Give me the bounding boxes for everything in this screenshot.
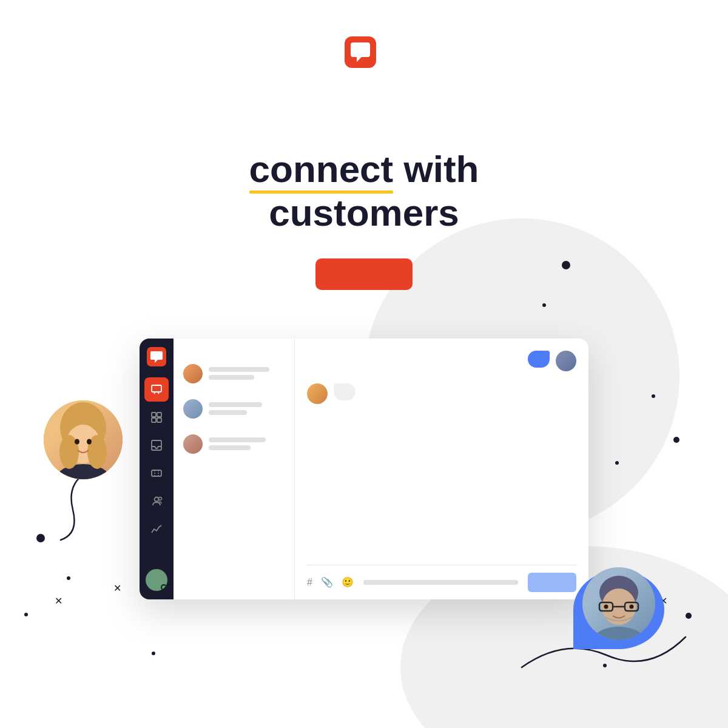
attachment-icon[interactable]: 📎 [321, 576, 333, 588]
hash-icon[interactable]: # [307, 577, 312, 588]
agent-photo-avatar [44, 400, 123, 479]
chat-list-panel [174, 339, 295, 599]
signup-button[interactable] [315, 258, 413, 290]
chat-messages [307, 351, 576, 565]
chat-toolbar-icons: # 📎 🙂 [307, 576, 354, 588]
sidebar-icon-inbox[interactable] [144, 433, 169, 457]
agent-avatar [556, 351, 576, 371]
chat-list-item[interactable] [181, 428, 287, 460]
inbox-icon [150, 439, 163, 451]
chat-icon [150, 383, 163, 396]
emoji-icon[interactable]: 🙂 [342, 576, 354, 588]
sidebar-icon-grid[interactable] [144, 405, 169, 430]
send-button[interactable] [528, 573, 576, 592]
app-sidebar [140, 339, 174, 599]
chat-input-bar: # 📎 🙂 [307, 565, 576, 599]
customer-face-svg [582, 567, 655, 640]
chat-main-panel: # 📎 🙂 [295, 339, 588, 599]
svg-rect-2 [152, 385, 161, 392]
customer-photo-avatar [582, 567, 655, 640]
header [0, 0, 728, 68]
svg-point-12 [159, 497, 162, 500]
chat-list-item[interactable] [181, 393, 287, 425]
chat-input-field [363, 580, 518, 585]
svg-rect-6 [157, 418, 161, 422]
chat-lines-3 [209, 437, 285, 450]
chat-list-item[interactable] [181, 358, 287, 389]
logo-container [345, 36, 383, 68]
svg-point-26 [604, 605, 608, 609]
sidebar-icon-ticket[interactable] [144, 461, 169, 485]
chat-avatar-1 [183, 364, 203, 383]
svg-rect-5 [152, 418, 156, 422]
svg-point-11 [155, 497, 159, 501]
svg-point-18 [75, 439, 79, 445]
sidebar-icon-team[interactable] [144, 489, 169, 513]
chat-avatar-2 [183, 399, 203, 419]
svg-point-27 [630, 605, 634, 609]
grid-icon [150, 411, 163, 423]
customer-avatar [307, 383, 328, 404]
chat-avatar-3 [183, 434, 203, 454]
svg-rect-3 [152, 413, 156, 417]
deco-dot-8 [24, 613, 28, 616]
chart-icon [150, 523, 163, 535]
svg-rect-8 [152, 470, 161, 476]
chat-lines-1 [209, 367, 285, 380]
ticket-icon [150, 467, 163, 479]
message-bubble-out [528, 351, 550, 368]
svg-rect-4 [157, 413, 161, 417]
deco-dot-11 [152, 652, 155, 655]
sidebar-icon-chat[interactable] [144, 377, 169, 402]
livechat-logo-icon [345, 36, 376, 68]
app-window: # 📎 🙂 [140, 339, 588, 599]
message-bubble-in [334, 383, 356, 400]
team-icon [150, 495, 163, 507]
svg-point-19 [87, 439, 92, 445]
sidebar-logo-icon [147, 347, 166, 366]
sidebar-icon-chart[interactable] [144, 517, 169, 541]
chat-lines-2 [209, 402, 285, 415]
sidebar-user-avatar[interactable] [146, 569, 167, 591]
agent-face-svg [44, 400, 123, 479]
hero-section: connect with customers [0, 68, 728, 314]
message-incoming [307, 383, 356, 404]
hero-title: connect with customers [152, 104, 576, 234]
online-status-dot [161, 584, 167, 590]
sidebar-user-area [146, 569, 167, 591]
message-outgoing [528, 351, 576, 371]
